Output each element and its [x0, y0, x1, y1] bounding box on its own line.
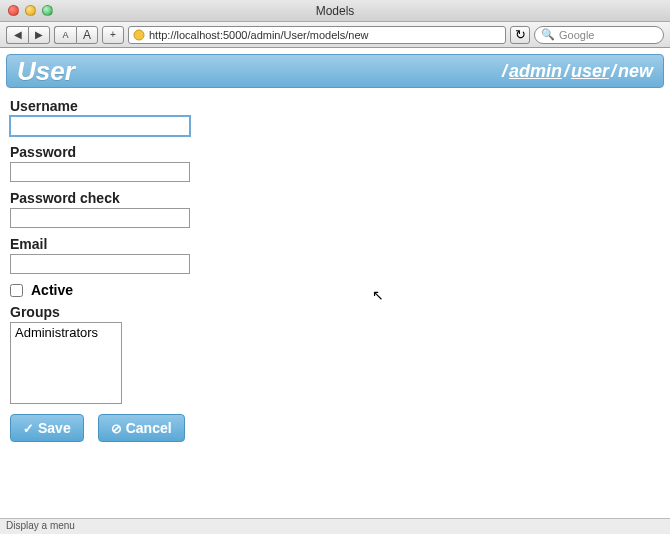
text-bigger-button[interactable]: A: [76, 26, 98, 44]
svg-point-0: [134, 30, 144, 40]
breadcrumb-user[interactable]: user: [571, 61, 609, 81]
password-check-field[interactable]: [10, 208, 190, 228]
breadcrumb-sep: /: [500, 61, 509, 81]
groups-option[interactable]: Administrators: [12, 324, 120, 341]
page-header: User /admin/user/new: [6, 54, 664, 88]
page-content: User /admin/user/new Username Password P…: [0, 48, 670, 448]
nav-buttons: ◀ ▶: [6, 26, 50, 44]
url-text: http://localhost:5000/admin/User/models/…: [149, 29, 369, 41]
button-row: ✓ Save ⊘ Cancel: [10, 414, 660, 442]
form: Username Password Password check Email A…: [6, 88, 664, 442]
email-field[interactable]: [10, 254, 190, 274]
forward-button[interactable]: ▶: [28, 26, 50, 44]
active-label: Active: [31, 282, 73, 298]
groups-select[interactable]: Administrators: [10, 322, 122, 404]
window-titlebar: Models: [0, 0, 670, 22]
email-label: Email: [10, 236, 660, 252]
breadcrumb-new: new: [618, 61, 653, 81]
active-checkbox[interactable]: [10, 284, 23, 297]
breadcrumb-sep: /: [562, 61, 571, 81]
window-title: Models: [0, 4, 670, 18]
favicon-icon: [133, 29, 145, 41]
cancel-icon: ⊘: [111, 422, 122, 435]
browser-toolbar: ◀ ▶ A A + http://localhost:5000/admin/Us…: [0, 22, 670, 48]
breadcrumb: /admin/user/new: [500, 61, 653, 82]
save-button[interactable]: ✓ Save: [10, 414, 84, 442]
text-smaller-button[interactable]: A: [54, 26, 76, 44]
reload-icon: ↻: [515, 27, 526, 42]
textsize-buttons: A A: [54, 26, 98, 44]
reload-button[interactable]: ↻: [510, 26, 530, 44]
back-button[interactable]: ◀: [6, 26, 28, 44]
status-bar: Display a menu: [0, 518, 670, 534]
search-icon: 🔍: [541, 28, 555, 41]
add-bookmark-button[interactable]: +: [102, 26, 124, 44]
breadcrumb-admin[interactable]: admin: [509, 61, 562, 81]
password-check-label: Password check: [10, 190, 660, 206]
check-icon: ✓: [23, 422, 34, 435]
cancel-button[interactable]: ⊘ Cancel: [98, 414, 185, 442]
save-button-label: Save: [38, 420, 71, 436]
username-label: Username: [10, 98, 660, 114]
username-field[interactable]: [10, 116, 190, 136]
cancel-button-label: Cancel: [126, 420, 172, 436]
page-title: User: [17, 56, 75, 87]
url-bar[interactable]: http://localhost:5000/admin/User/models/…: [128, 26, 506, 44]
search-placeholder: Google: [559, 29, 594, 41]
breadcrumb-sep: /: [609, 61, 618, 81]
password-label: Password: [10, 144, 660, 160]
search-box[interactable]: 🔍 Google: [534, 26, 664, 44]
password-field[interactable]: [10, 162, 190, 182]
groups-label: Groups: [10, 304, 660, 320]
status-text: Display a menu: [6, 520, 75, 531]
